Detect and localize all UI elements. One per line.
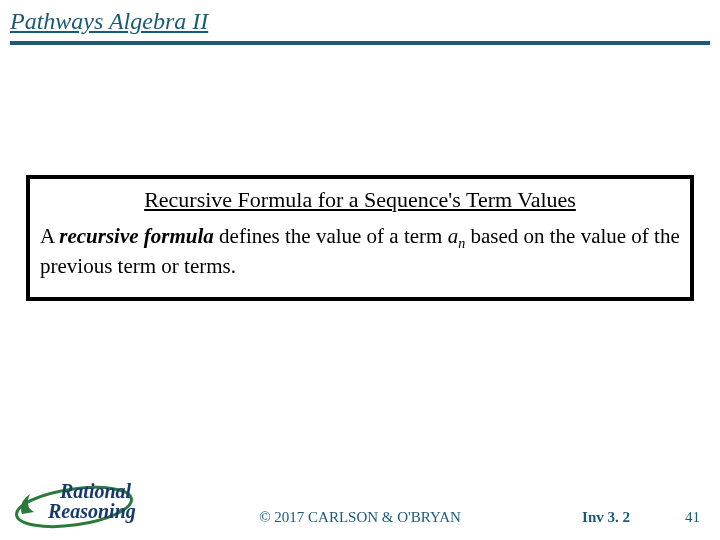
definition-keyword: recursive formula	[59, 224, 214, 248]
definition-box: Recursive Formula for a Sequence's Term …	[26, 175, 694, 301]
definition-heading: Recursive Formula for a Sequence's Term …	[40, 187, 680, 213]
investigation-label: Inv 3. 2	[582, 509, 630, 526]
slide-header: Pathways Algebra II	[0, 0, 720, 39]
definition-text-b: defines the value of a term	[214, 224, 448, 248]
course-title: Pathways Algebra II	[10, 8, 208, 34]
definition-body: A recursive formula defines the value of…	[40, 223, 680, 279]
term-variable: a	[448, 224, 459, 248]
svg-text:Rational: Rational	[59, 480, 132, 502]
slide-footer: Rational Reasoning © 2017 CARLSON & O'BR…	[0, 470, 720, 540]
header-rule	[10, 41, 710, 45]
page-number: 41	[685, 509, 700, 526]
definition-text-a: A	[40, 224, 59, 248]
